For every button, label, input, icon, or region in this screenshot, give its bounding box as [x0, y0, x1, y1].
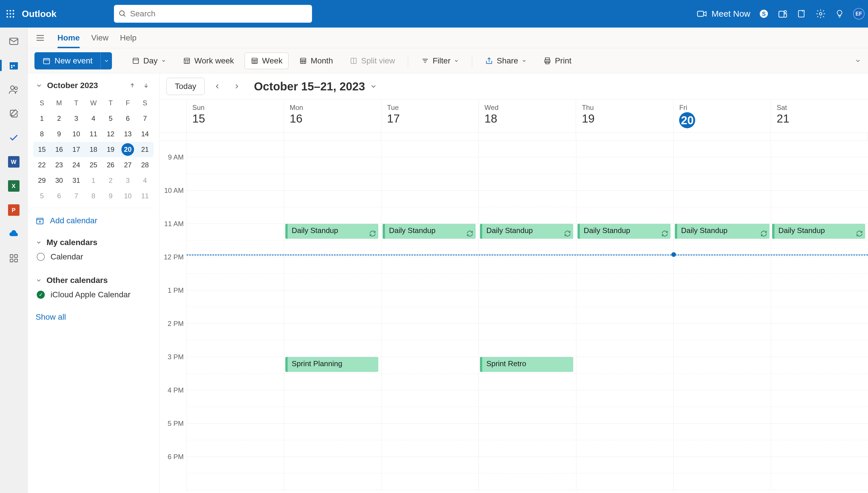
mini-cal-day[interactable]: 2 — [50, 111, 68, 126]
mini-cal-day[interactable]: 6 — [50, 188, 68, 204]
account-avatar[interactable]: EF — [853, 8, 865, 20]
calendar-event[interactable]: Sprint Planning — [285, 357, 378, 372]
tab-home[interactable]: Home — [58, 28, 80, 48]
other-calendars-group[interactable]: Other calendars — [36, 276, 151, 285]
app-brand[interactable]: Outlook — [22, 8, 57, 19]
print-button[interactable]: Print — [537, 52, 577, 69]
day-header[interactable]: Sat21 — [771, 100, 868, 132]
day-column[interactable] — [187, 141, 284, 490]
mini-cal-day[interactable]: 4 — [85, 111, 102, 126]
teams-icon[interactable] — [777, 8, 788, 19]
toolbar-overflow[interactable] — [855, 58, 861, 64]
mini-cal-day[interactable]: 14 — [136, 126, 153, 142]
search-input[interactable] — [114, 5, 312, 23]
rail-files[interactable] — [6, 106, 22, 122]
mini-cal-day[interactable]: 19 — [102, 142, 119, 157]
mini-cal-collapse-icon[interactable] — [36, 82, 42, 89]
mini-cal-day[interactable]: 25 — [85, 157, 102, 173]
view-month-button[interactable]: Month — [293, 52, 339, 69]
mini-cal-day-today[interactable]: 20 — [119, 142, 136, 157]
view-week-button[interactable]: Week — [245, 52, 289, 69]
mini-cal-day[interactable]: 10 — [119, 188, 136, 204]
mini-cal-day[interactable]: 30 — [50, 173, 68, 188]
calendar-item[interactable]: Calendar — [36, 247, 151, 266]
rail-todo[interactable] — [6, 130, 22, 146]
mini-cal-day[interactable]: 17 — [68, 142, 85, 157]
calendar-event[interactable]: Daily Standup — [285, 224, 378, 239]
calendar-item[interactable]: iCloud Apple Calendar — [36, 285, 151, 304]
day-column[interactable]: Daily Standup — [673, 141, 771, 490]
mini-cal-day[interactable]: 8 — [85, 188, 102, 204]
mini-cal-day[interactable]: 24 — [68, 157, 85, 173]
mini-cal-day[interactable]: 15 — [33, 142, 50, 157]
mini-cal-day[interactable]: 3 — [68, 111, 85, 126]
mini-cal-day[interactable]: 9 — [50, 126, 68, 142]
today-button[interactable]: Today — [167, 78, 205, 95]
day-header[interactable]: Thu19 — [576, 100, 673, 132]
mini-cal-prev[interactable] — [127, 80, 137, 91]
rail-word[interactable]: W — [6, 154, 22, 170]
day-column[interactable]: Daily StandupSprint Retro — [479, 141, 576, 490]
day-header[interactable]: Mon16 — [284, 100, 381, 132]
tab-view[interactable]: View — [91, 28, 108, 48]
calendar-event[interactable]: Sprint Retro — [480, 357, 573, 372]
settings-icon[interactable] — [815, 8, 826, 19]
day-header[interactable]: Wed18 — [479, 100, 576, 132]
my-calendars-group[interactable]: My calendars — [36, 238, 151, 247]
mini-cal-day[interactable]: 1 — [85, 173, 102, 188]
mini-cal-day[interactable]: 28 — [136, 157, 153, 173]
calendar-event[interactable]: Daily Standup — [772, 224, 865, 239]
rail-mail[interactable] — [6, 33, 22, 49]
date-range-picker[interactable]: October 15–21, 2023 — [254, 80, 377, 93]
view-workweek-button[interactable]: Work week — [177, 52, 240, 69]
mini-cal-day[interactable]: 22 — [33, 157, 50, 173]
mini-cal-day[interactable]: 29 — [33, 173, 50, 188]
calendar-event[interactable]: Daily Standup — [675, 224, 769, 239]
rail-powerpoint[interactable]: P — [6, 202, 22, 218]
share-button[interactable]: Share — [479, 52, 533, 69]
mini-cal-day[interactable]: 27 — [119, 157, 136, 173]
day-header[interactable]: Sun15 — [187, 100, 284, 132]
mini-cal-next[interactable] — [141, 80, 151, 91]
rail-onedrive[interactable] — [6, 226, 22, 242]
mini-cal-day[interactable]: 4 — [136, 173, 153, 188]
mini-cal-day[interactable]: 31 — [68, 173, 85, 188]
calendar-event[interactable]: Daily Standup — [383, 224, 475, 239]
prev-week-button[interactable] — [210, 80, 224, 93]
show-all-link[interactable]: Show all — [33, 309, 153, 325]
rail-more-apps[interactable] — [6, 250, 22, 266]
filter-button[interactable]: Filter — [415, 52, 465, 69]
mini-cal-day[interactable]: 26 — [102, 157, 119, 173]
calendar-checkbox[interactable] — [37, 291, 45, 299]
add-calendar-button[interactable]: Add calendar — [33, 208, 153, 233]
day-header-today[interactable]: Fri20 — [673, 100, 771, 132]
new-event-dropdown[interactable] — [101, 52, 112, 69]
rail-excel[interactable]: X — [6, 178, 22, 194]
calendar-event[interactable]: Daily Standup — [480, 224, 573, 239]
mini-cal-day[interactable]: 23 — [50, 157, 68, 173]
mini-cal-day[interactable]: 1 — [33, 111, 50, 126]
mini-cal-day[interactable]: 7 — [68, 188, 85, 204]
mini-cal-day[interactable]: 13 — [119, 126, 136, 142]
skype-icon[interactable]: S — [758, 8, 769, 19]
mini-cal-day[interactable]: 18 — [85, 142, 102, 157]
mini-cal-day[interactable]: 2 — [102, 173, 119, 188]
mini-cal-day[interactable]: 12 — [102, 126, 119, 142]
mini-cal-day[interactable]: 8 — [33, 126, 50, 142]
mini-cal-day[interactable]: 6 — [119, 111, 136, 126]
mini-cal-day[interactable]: 21 — [136, 142, 153, 157]
mini-cal-day[interactable]: 11 — [85, 126, 102, 142]
rail-calendar[interactable] — [6, 57, 22, 73]
day-column[interactable]: Daily Standup — [576, 141, 673, 490]
notes-icon[interactable] — [796, 8, 807, 19]
day-header[interactable]: Tue17 — [381, 100, 479, 132]
tips-icon[interactable] — [834, 8, 845, 19]
new-event-button[interactable]: New event — [35, 52, 101, 69]
next-week-button[interactable] — [230, 80, 244, 93]
mini-cal-day[interactable]: 3 — [119, 173, 136, 188]
calendar-event[interactable]: Daily Standup — [577, 224, 671, 239]
app-launcher-icon[interactable] — [3, 7, 17, 21]
mini-cal-day[interactable]: 10 — [68, 126, 85, 142]
tab-help[interactable]: Help — [120, 28, 136, 48]
day-column[interactable]: Daily Standup — [771, 141, 868, 490]
